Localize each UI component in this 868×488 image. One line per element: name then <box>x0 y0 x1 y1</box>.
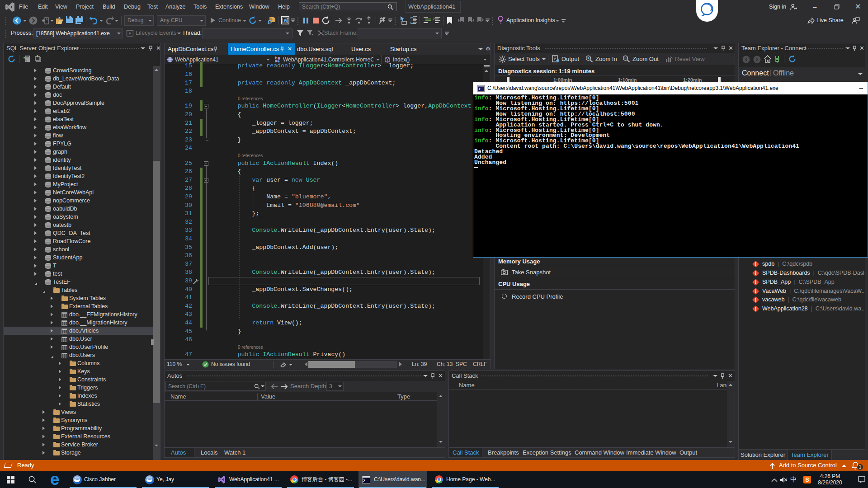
svg-text:2: 2 <box>433 17 435 21</box>
